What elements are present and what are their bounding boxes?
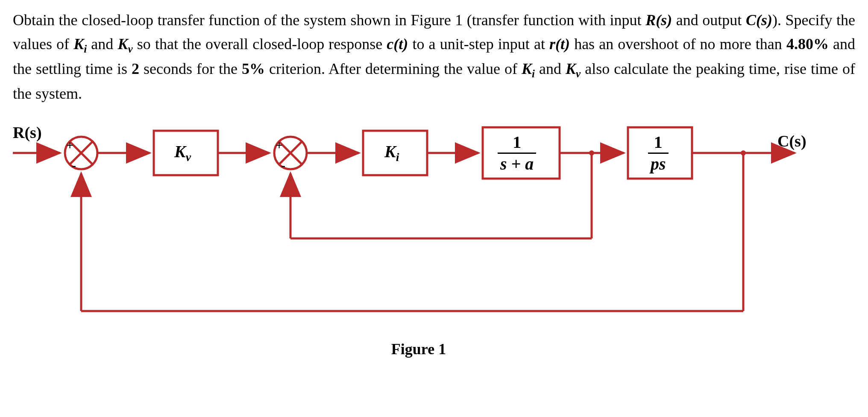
settling-time-value: 2 xyxy=(132,60,139,77)
diagram-svg xyxy=(13,119,824,358)
sub: v xyxy=(128,43,132,55)
var-ct: c(t) xyxy=(387,35,408,53)
var-rt: r(t) xyxy=(549,35,570,53)
block-Ki-label: Ki xyxy=(384,141,399,164)
sum2-minus: - xyxy=(281,158,285,173)
var-Kv: K xyxy=(117,35,128,53)
svg-point-24 xyxy=(741,150,746,156)
sum1-plus: + xyxy=(66,138,73,153)
var-Cs: C(s) xyxy=(746,12,772,29)
var-Ki: K xyxy=(73,35,84,53)
text: and xyxy=(87,35,117,53)
problem-statement: Obtain the closed-loop transfer function… xyxy=(13,9,855,106)
block-4-label: 1 ps xyxy=(648,132,669,173)
sub: v xyxy=(576,68,581,79)
text: criterion. After determining the value o… xyxy=(265,60,522,77)
figure-caption: Figure 1 xyxy=(13,340,824,358)
block-Kv-label: Kv xyxy=(174,141,191,164)
text: seconds for the xyxy=(139,60,242,77)
text: to a unit-step input at xyxy=(408,35,549,53)
var-Ki2: K xyxy=(522,60,532,77)
sum1-minus: - xyxy=(72,158,76,173)
svg-point-23 xyxy=(589,150,594,156)
text: has an overshoot of no more than xyxy=(570,35,786,53)
text: so that the overall closed-loop response xyxy=(133,35,387,53)
var-Rs: R(s) xyxy=(645,12,672,29)
block-3-label: 1 s + a xyxy=(498,132,536,173)
text: and output xyxy=(672,12,746,29)
block-diagram: R(s) C(s) + - + - Kv Ki 1 s + a 1 ps Fig… xyxy=(13,119,824,358)
input-label: R(s) xyxy=(13,123,42,142)
text: and xyxy=(535,60,566,77)
text: Obtain the closed-loop transfer function… xyxy=(13,12,645,29)
sum2-plus: + xyxy=(276,138,283,153)
output-label: C(s) xyxy=(777,132,806,150)
overshoot-value: 4.80% xyxy=(786,35,829,53)
sub: i xyxy=(532,68,535,79)
var-Kv2: K xyxy=(566,60,576,77)
criterion-value: 5% xyxy=(242,60,265,77)
